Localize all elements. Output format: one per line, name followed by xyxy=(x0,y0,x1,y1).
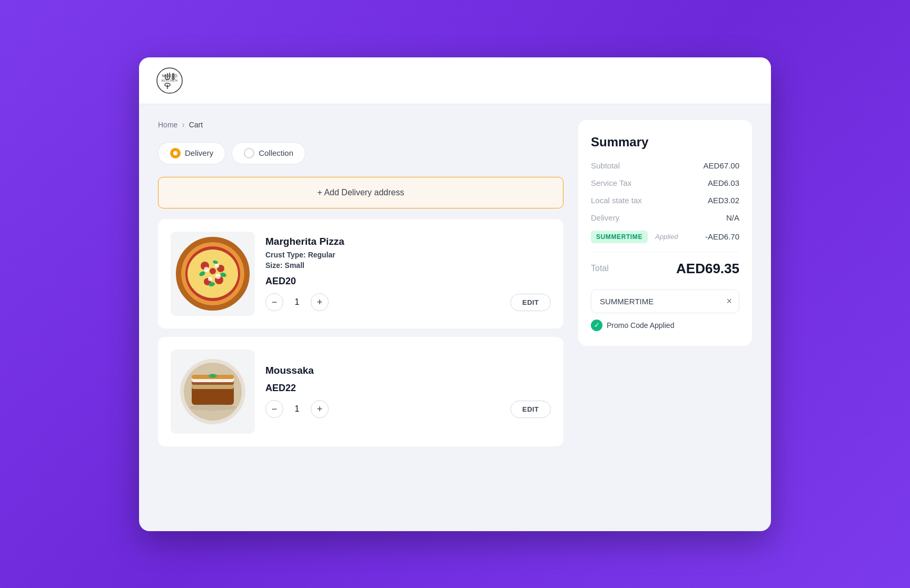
subtotal-label: Subtotal xyxy=(591,161,620,170)
app-window: WORLD KITCHEN Home › Cart xyxy=(139,57,771,531)
promo-row: SUMMERTIME Applied -AED6.70 xyxy=(591,231,739,243)
svg-point-24 xyxy=(204,267,209,272)
item-name-pizza: Margherita Pizza xyxy=(265,236,551,247)
delivery-radio xyxy=(170,148,181,158)
qty-increase-moussaka[interactable]: + xyxy=(311,400,329,418)
promo-info: SUMMERTIME Applied xyxy=(591,231,678,243)
svg-point-27 xyxy=(215,264,219,268)
item-crust: Crust Type: Regular xyxy=(265,251,551,259)
delivery-label: Delivery xyxy=(185,148,213,157)
local-tax-label: Local state tax xyxy=(591,196,642,205)
item-image-moussaka xyxy=(171,350,255,434)
collection-toggle-btn[interactable]: Collection xyxy=(232,142,305,164)
edit-button-pizza[interactable]: EDIT xyxy=(510,294,551,311)
breadcrumb: Home › Cart xyxy=(158,120,563,129)
delivery-label: Delivery xyxy=(591,213,619,222)
summary-row-local-tax: Local state tax AED3.02 xyxy=(591,196,739,205)
edit-button-moussaka[interactable]: EDIT xyxy=(510,401,551,418)
item-price-moussaka: AED22 xyxy=(265,383,551,394)
promo-applied-text: Applied xyxy=(655,233,678,241)
local-tax-value: AED3.02 xyxy=(708,196,739,205)
total-value: AED69.35 xyxy=(676,261,739,277)
promo-success-message: ✓ Promo Code Applied xyxy=(591,320,739,331)
svg-text:KITCHEN: KITCHEN xyxy=(162,78,178,83)
subtotal-value: AED67.00 xyxy=(704,161,739,170)
total-label: Total xyxy=(591,264,609,273)
summary-panel: Summary Subtotal AED67.00 Service Tax AE… xyxy=(578,120,752,346)
main-content: Home › Cart Delivery Collection + Add De… xyxy=(139,104,771,471)
moussaka-icon xyxy=(176,355,250,428)
logo: WORLD KITCHEN xyxy=(156,67,183,94)
svg-point-25 xyxy=(215,274,221,279)
item-actions-moussaka: − 1 + EDIT xyxy=(265,400,551,418)
promo-input-container: × xyxy=(591,290,739,313)
logo-icon: WORLD KITCHEN xyxy=(156,67,183,94)
item-details-moussaka: Moussaka AED22 − 1 + EDIT xyxy=(265,365,551,418)
delivery-value: N/A xyxy=(726,213,739,222)
item-image-pizza xyxy=(171,232,255,316)
left-panel: Home › Cart Delivery Collection + Add De… xyxy=(158,120,563,455)
promo-clear-button[interactable]: × xyxy=(726,296,732,307)
promo-badge: SUMMERTIME xyxy=(591,231,648,243)
add-address-label: + Add Delivery address xyxy=(318,188,404,197)
collection-radio xyxy=(244,148,254,158)
summary-row-subtotal: Subtotal AED67.00 xyxy=(591,161,739,170)
promo-discount-value: -AED6.70 xyxy=(705,232,739,241)
summary-title: Summary xyxy=(591,135,739,150)
total-row: Total AED69.35 xyxy=(591,261,739,277)
service-tax-label: Service Tax xyxy=(591,178,631,187)
svg-point-37 xyxy=(189,404,236,411)
pizza-icon xyxy=(176,237,250,311)
promo-code-input[interactable] xyxy=(591,290,739,313)
qty-decrease-moussaka[interactable]: − xyxy=(265,400,283,418)
item-price-pizza: AED20 xyxy=(265,276,551,287)
qty-value-pizza: 1 xyxy=(292,297,302,307)
item-size: Size: Small xyxy=(265,261,551,270)
breadcrumb-current: Cart xyxy=(189,121,203,129)
item-name-moussaka: Moussaka xyxy=(265,365,551,376)
header: WORLD KITCHEN xyxy=(139,57,771,104)
cart-item-pizza: Margherita Pizza Crust Type: Regular Siz… xyxy=(158,219,563,328)
breadcrumb-separator: › xyxy=(182,120,184,129)
service-tax-value: AED6.03 xyxy=(708,178,739,187)
qty-increase-pizza[interactable]: + xyxy=(311,293,329,311)
svg-point-19 xyxy=(210,268,216,274)
summary-row-delivery: Delivery N/A xyxy=(591,213,739,222)
qty-control-pizza: − 1 + xyxy=(265,293,329,311)
item-actions-pizza: − 1 + EDIT xyxy=(265,293,551,311)
qty-control-moussaka: − 1 + xyxy=(265,400,329,418)
delivery-toggle-group: Delivery Collection xyxy=(158,142,563,164)
check-circle-icon: ✓ xyxy=(591,320,602,331)
svg-point-26 xyxy=(208,277,212,281)
add-address-button[interactable]: + Add Delivery address xyxy=(158,177,563,208)
promo-success-text: Promo Code Applied xyxy=(607,321,674,330)
collection-label: Collection xyxy=(259,148,293,157)
delivery-toggle-btn[interactable]: Delivery xyxy=(158,142,225,164)
cart-item-moussaka: Moussaka AED22 − 1 + EDIT xyxy=(158,337,563,446)
item-details-pizza: Margherita Pizza Crust Type: Regular Siz… xyxy=(265,236,551,311)
qty-value-moussaka: 1 xyxy=(292,404,302,414)
summary-row-service-tax: Service Tax AED6.03 xyxy=(591,178,739,187)
summary-divider xyxy=(591,252,739,252)
qty-decrease-pizza[interactable]: − xyxy=(265,293,283,311)
breadcrumb-home[interactable]: Home xyxy=(158,121,177,129)
